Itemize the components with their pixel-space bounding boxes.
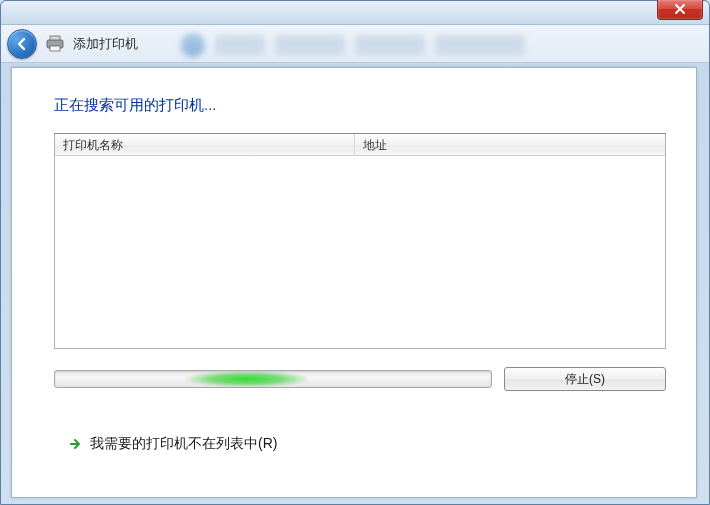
printer-icon [45, 35, 65, 53]
controls-row: 停止(S) [54, 367, 666, 391]
printer-not-listed-link[interactable]: 我需要的打印机不在列表中(R) [90, 435, 277, 453]
back-arrow-icon [14, 36, 30, 52]
search-progress-bar [54, 370, 492, 388]
printer-list[interactable]: 打印机名称 地址 [54, 133, 666, 349]
content-area: 正在搜索可用的打印机... 打印机名称 地址 停止(S) 我需要的打印机不在列表… [11, 67, 697, 498]
svg-rect-2 [50, 46, 60, 51]
dialog-window: 添加打印机 正在搜索可用的打印机... 打印机名称 地址 停止(S) [0, 0, 710, 505]
title-bar [1, 1, 709, 25]
not-listed-row[interactable]: 我需要的打印机不在列表中(R) [54, 435, 654, 453]
column-header-address[interactable]: 地址 [355, 134, 665, 155]
close-icon [674, 3, 686, 15]
svg-point-3 [60, 41, 62, 43]
column-header-name[interactable]: 打印机名称 [55, 134, 355, 155]
stop-button[interactable]: 停止(S) [504, 367, 666, 391]
dialog-heading: 正在搜索可用的打印机... [54, 96, 654, 115]
back-button[interactable] [7, 29, 37, 59]
close-button[interactable] [657, 0, 703, 20]
window-title: 添加打印机 [73, 35, 138, 53]
progress-indicator [186, 371, 308, 387]
right-arrow-icon [68, 437, 82, 451]
background-breadcrumb-blur [181, 31, 689, 59]
list-header: 打印机名称 地址 [55, 134, 665, 156]
